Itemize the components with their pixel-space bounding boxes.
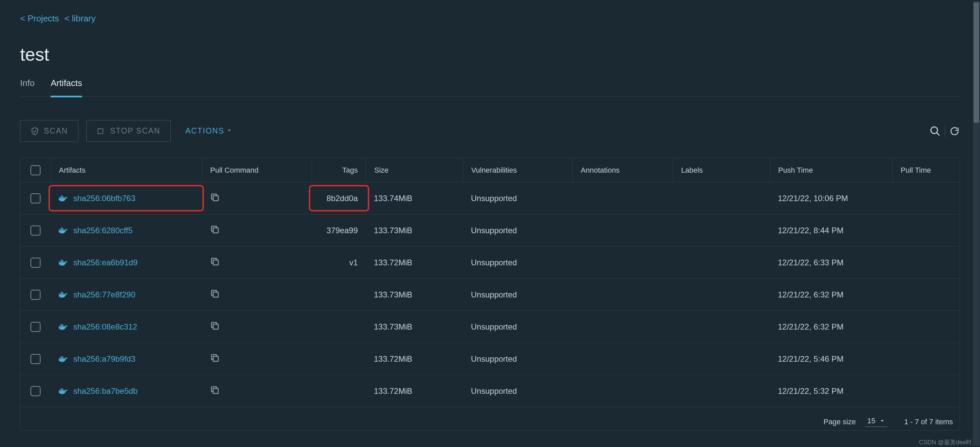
stop-icon — [97, 127, 105, 135]
svg-rect-30 — [213, 292, 218, 297]
size-value: 133.73MiB — [366, 279, 463, 310]
column-labels[interactable]: Labels — [673, 158, 770, 182]
column-push-time[interactable]: Push Time — [770, 158, 892, 182]
labels-value — [673, 279, 770, 310]
column-size[interactable]: Size — [366, 158, 463, 182]
artifacts-table: Artifacts Pull Command Tags Size Vulnera… — [20, 158, 960, 431]
scrollbar[interactable] — [973, 1, 980, 446]
svg-rect-10 — [59, 229, 60, 231]
copy-icon[interactable] — [210, 192, 220, 204]
watermark: CSDN @最美dee时光 — [919, 438, 978, 446]
annotations-value — [572, 247, 673, 278]
breadcrumb-projects[interactable]: < Projects — [20, 13, 59, 24]
copy-icon[interactable] — [210, 289, 220, 301]
pull-time-value — [892, 375, 959, 407]
select-all-checkbox[interactable] — [30, 165, 40, 175]
row-checkbox[interactable] — [30, 226, 40, 235]
svg-rect-15 — [64, 229, 65, 231]
scrollbar-thumb[interactable] — [974, 2, 979, 123]
artifact-link[interactable]: sha256:ea6b91d9 — [59, 258, 138, 267]
row-checkbox[interactable] — [30, 354, 40, 364]
copy-icon[interactable] — [210, 257, 220, 269]
svg-rect-20 — [60, 260, 62, 261]
svg-rect-34 — [60, 324, 62, 326]
artifact-link[interactable]: sha256:6280cff5 — [59, 226, 132, 235]
svg-rect-16 — [213, 228, 218, 233]
artifact-link[interactable]: sha256:77e8f290 — [59, 290, 135, 299]
svg-rect-44 — [213, 356, 218, 361]
size-value: 133.74MiB — [366, 182, 463, 214]
labels-value — [673, 215, 770, 246]
vulnerability-value: Unsupported — [463, 215, 572, 246]
annotations-value — [572, 215, 673, 246]
search-icon[interactable] — [929, 126, 941, 137]
svg-rect-11 — [60, 229, 62, 231]
column-vulnerabilities[interactable]: Vulnerabilities — [463, 158, 572, 182]
copy-icon[interactable] — [210, 321, 220, 333]
annotations-value — [572, 279, 673, 310]
column-artifacts[interactable]: Artifacts — [51, 158, 202, 182]
svg-rect-47 — [62, 390, 64, 391]
docker-icon — [59, 387, 68, 395]
page-size-control: Page size 15 — [823, 417, 887, 427]
breadcrumb-library[interactable]: < library — [64, 13, 95, 24]
scan-button[interactable]: SCAN — [20, 120, 78, 142]
column-tags[interactable]: Tags — [312, 158, 366, 182]
artifact-link[interactable]: sha256:06bfb763 — [59, 194, 135, 203]
pull-time-value — [892, 215, 959, 246]
artifact-link[interactable]: sha256:ba7be5db — [59, 387, 138, 396]
actions-button[interactable]: ACTIONS — [179, 126, 239, 135]
svg-rect-51 — [213, 388, 218, 393]
annotations-value — [572, 343, 673, 375]
tab-info[interactable]: Info — [20, 78, 35, 97]
svg-rect-28 — [62, 292, 64, 293]
docker-icon — [59, 227, 68, 234]
artifact-link[interactable]: sha256:08e8c312 — [59, 322, 137, 332]
row-checkbox[interactable] — [30, 193, 40, 204]
docker-icon — [59, 259, 68, 266]
svg-rect-50 — [64, 390, 65, 391]
row-checkbox[interactable] — [30, 322, 40, 332]
svg-rect-29 — [64, 293, 65, 295]
push-time-value: 12/21/22, 10:06 PM — [770, 182, 892, 214]
copy-icon[interactable] — [210, 224, 220, 237]
svg-rect-43 — [64, 358, 65, 359]
size-value: 133.73MiB — [366, 311, 463, 343]
artifact-hash: sha256:ea6b91d9 — [73, 258, 138, 267]
svg-rect-7 — [62, 196, 64, 197]
table-row: sha256:ba7be5db 133.72MiB Unsupported 12… — [21, 375, 959, 407]
chevron-down-icon — [879, 418, 885, 424]
row-checkbox[interactable] — [30, 386, 40, 396]
table-row: sha256:08e8c312 133.73MiB Unsupported 12… — [21, 311, 959, 343]
tag-value: 8b2dd0a — [327, 194, 358, 203]
tab-artifacts[interactable]: Artifacts — [51, 78, 82, 97]
row-checkbox[interactable] — [30, 290, 40, 300]
toolbar: SCAN STOP SCAN ACTIONS — [20, 120, 960, 142]
refresh-icon[interactable] — [949, 126, 960, 137]
row-checkbox[interactable] — [30, 258, 40, 268]
column-pull-command[interactable]: Pull Command — [202, 158, 312, 182]
page-size-select[interactable]: 15 — [865, 417, 887, 427]
push-time-value: 12/21/22, 6:32 PM — [770, 279, 892, 310]
stop-scan-button[interactable]: STOP SCAN — [86, 120, 171, 142]
pull-time-value — [892, 343, 959, 375]
tag-value: v1 — [349, 258, 358, 267]
column-annotations[interactable]: Annotations — [572, 158, 673, 182]
annotations-value — [572, 311, 673, 343]
svg-rect-39 — [60, 358, 62, 359]
svg-rect-5 — [62, 197, 64, 199]
annotations-value — [572, 375, 673, 407]
column-pull-time[interactable]: Pull Time — [892, 158, 959, 182]
copy-icon[interactable] — [210, 353, 220, 365]
tabs: Info Artifacts — [20, 78, 960, 97]
size-value: 133.72MiB — [366, 247, 463, 278]
page-size-label: Page size — [823, 418, 856, 426]
artifact-hash: sha256:08e8c312 — [73, 322, 137, 332]
table-row: sha256:ea6b91d9 v1 133.72MiB Unsupported… — [21, 247, 959, 279]
docker-icon — [59, 323, 68, 331]
table-row: sha256:77e8f290 133.73MiB Unsupported 12… — [21, 279, 959, 311]
copy-icon[interactable] — [210, 385, 220, 397]
artifact-hash: sha256:77e8f290 — [73, 290, 135, 299]
svg-rect-40 — [62, 358, 64, 359]
artifact-link[interactable]: sha256:a79b9fd3 — [59, 354, 135, 364]
